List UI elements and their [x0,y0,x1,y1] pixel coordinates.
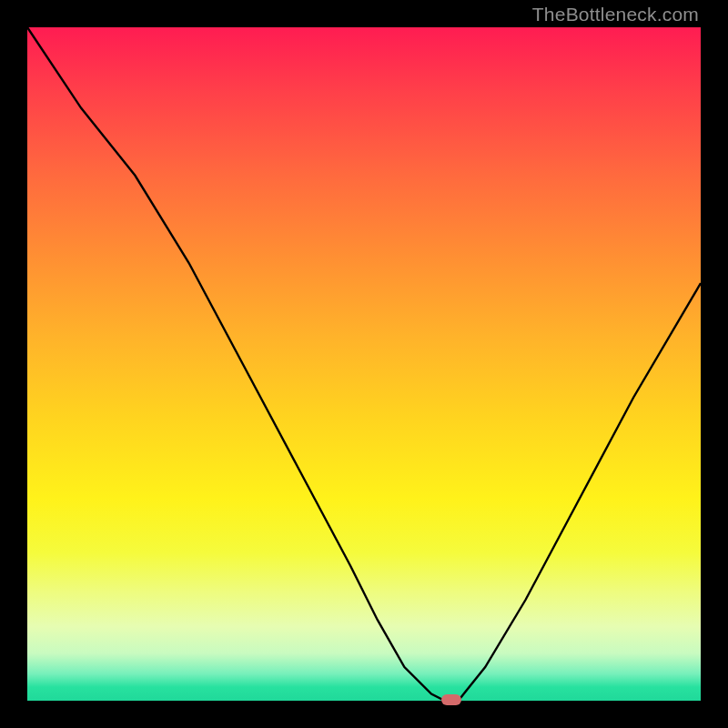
chart-frame: TheBottleneck.com [0,0,728,728]
curve-path [27,27,701,701]
watermark-text: TheBottleneck.com [532,4,699,25]
bottleneck-curve [27,27,701,701]
optimal-marker [441,694,461,705]
